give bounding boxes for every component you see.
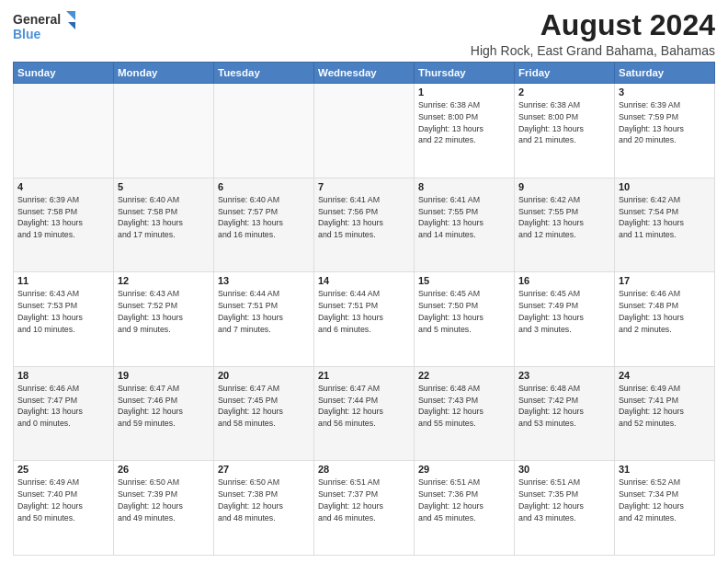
day-info-21: Sunrise: 6:47 AM Sunset: 7:44 PM Dayligh… [318,383,410,430]
day-info-17: Sunrise: 6:46 AM Sunset: 7:48 PM Dayligh… [619,288,711,335]
calendar-cell-4-4: 29Sunrise: 6:51 AM Sunset: 7:36 PM Dayli… [415,461,515,556]
col-tuesday: Tuesday [214,63,314,84]
day-number-15: 15 [418,275,510,286]
calendar-cell-3-0: 18Sunrise: 6:46 AM Sunset: 7:47 PM Dayli… [14,366,114,461]
day-info-24: Sunrise: 6:49 AM Sunset: 7:41 PM Dayligh… [619,383,711,430]
day-number-24: 24 [619,370,711,381]
calendar-cell-3-5: 23Sunrise: 6:48 AM Sunset: 7:42 PM Dayli… [515,366,615,461]
logo-svg: General Blue [13,9,77,46]
calendar-cell-3-3: 21Sunrise: 6:47 AM Sunset: 7:44 PM Dayli… [314,366,415,461]
col-wednesday: Wednesday [314,63,415,84]
calendar-cell-4-1: 26Sunrise: 6:50 AM Sunset: 7:39 PM Dayli… [114,461,214,556]
day-info-25: Sunrise: 6:49 AM Sunset: 7:40 PM Dayligh… [17,477,109,523]
calendar-cell-2-6: 17Sunrise: 6:46 AM Sunset: 7:48 PM Dayli… [615,272,715,367]
day-number-6: 6 [218,181,310,192]
page: General Blue August 2024 High Rock, East… [0,0,728,563]
day-info-16: Sunrise: 6:45 AM Sunset: 7:49 PM Dayligh… [518,288,610,335]
day-info-8: Sunrise: 6:41 AM Sunset: 7:55 PM Dayligh… [418,194,510,241]
day-info-9: Sunrise: 6:42 AM Sunset: 7:55 PM Dayligh… [518,194,610,241]
logo: General Blue [13,9,77,46]
day-number-25: 25 [17,464,109,475]
calendar-cell-4-3: 28Sunrise: 6:51 AM Sunset: 7:37 PM Dayli… [314,461,415,556]
col-monday: Monday [114,63,214,84]
day-number-22: 22 [418,370,510,381]
calendar-cell-0-5: 2Sunrise: 6:38 AM Sunset: 8:00 PM Daylig… [515,84,615,178]
calendar: Sunday Monday Tuesday Wednesday Thursday… [13,62,715,556]
calendar-cell-0-4: 1Sunrise: 6:38 AM Sunset: 8:00 PM Daylig… [415,84,515,178]
week-row-1: 4Sunrise: 6:39 AM Sunset: 7:58 PM Daylig… [14,178,715,272]
day-number-18: 18 [17,370,109,381]
day-info-5: Sunrise: 6:40 AM Sunset: 7:58 PM Dayligh… [118,194,210,241]
calendar-cell-3-2: 20Sunrise: 6:47 AM Sunset: 7:45 PM Dayli… [214,366,314,461]
day-info-31: Sunrise: 6:52 AM Sunset: 7:34 PM Dayligh… [619,477,711,523]
week-row-3: 18Sunrise: 6:46 AM Sunset: 7:47 PM Dayli… [14,366,715,461]
subtitle: High Rock, East Grand Bahama, Bahamas [471,43,715,58]
col-thursday: Thursday [415,63,515,84]
calendar-header-row: Sunday Monday Tuesday Wednesday Thursday… [14,63,715,84]
calendar-cell-1-6: 10Sunrise: 6:42 AM Sunset: 7:54 PM Dayli… [615,178,715,272]
calendar-cell-0-2 [214,84,314,178]
day-info-30: Sunrise: 6:51 AM Sunset: 7:35 PM Dayligh… [518,477,610,523]
day-number-27: 27 [218,464,310,475]
calendar-cell-0-3 [314,84,415,178]
day-info-15: Sunrise: 6:45 AM Sunset: 7:50 PM Dayligh… [418,288,510,335]
calendar-cell-4-5: 30Sunrise: 6:51 AM Sunset: 7:35 PM Dayli… [515,461,615,556]
week-row-4: 25Sunrise: 6:49 AM Sunset: 7:40 PM Dayli… [14,461,715,556]
day-info-6: Sunrise: 6:40 AM Sunset: 7:57 PM Dayligh… [218,194,310,241]
day-number-1: 1 [418,86,510,98]
day-info-3: Sunrise: 6:39 AM Sunset: 7:59 PM Dayligh… [619,99,711,146]
calendar-cell-2-1: 12Sunrise: 6:43 AM Sunset: 7:52 PM Dayli… [114,272,214,367]
day-info-13: Sunrise: 6:44 AM Sunset: 7:51 PM Dayligh… [218,288,310,335]
calendar-cell-1-4: 8Sunrise: 6:41 AM Sunset: 7:55 PM Daylig… [415,178,515,272]
svg-marker-3 [68,22,75,29]
calendar-cell-3-1: 19Sunrise: 6:47 AM Sunset: 7:46 PM Dayli… [114,366,214,461]
day-number-5: 5 [118,181,210,192]
calendar-cell-4-2: 27Sunrise: 6:50 AM Sunset: 7:38 PM Dayli… [214,461,314,556]
day-info-11: Sunrise: 6:43 AM Sunset: 7:53 PM Dayligh… [17,288,109,335]
day-info-20: Sunrise: 6:47 AM Sunset: 7:45 PM Dayligh… [218,383,310,430]
day-number-30: 30 [518,464,610,475]
svg-text:Blue: Blue [13,27,41,41]
week-row-2: 11Sunrise: 6:43 AM Sunset: 7:53 PM Dayli… [14,272,715,367]
day-number-26: 26 [118,464,210,475]
day-number-13: 13 [218,275,310,286]
day-info-1: Sunrise: 6:38 AM Sunset: 8:00 PM Dayligh… [418,99,510,146]
day-number-16: 16 [518,275,610,286]
col-saturday: Saturday [615,63,715,84]
calendar-cell-1-5: 9Sunrise: 6:42 AM Sunset: 7:55 PM Daylig… [515,178,615,272]
day-info-18: Sunrise: 6:46 AM Sunset: 7:47 PM Dayligh… [17,383,109,430]
calendar-cell-4-6: 31Sunrise: 6:52 AM Sunset: 7:34 PM Dayli… [615,461,715,556]
day-info-28: Sunrise: 6:51 AM Sunset: 7:37 PM Dayligh… [318,477,410,523]
calendar-cell-0-1 [114,84,214,178]
day-number-7: 7 [318,181,410,192]
day-number-23: 23 [518,370,610,381]
day-info-4: Sunrise: 6:39 AM Sunset: 7:58 PM Dayligh… [17,194,109,241]
day-info-14: Sunrise: 6:44 AM Sunset: 7:51 PM Dayligh… [318,288,410,335]
calendar-cell-2-0: 11Sunrise: 6:43 AM Sunset: 7:53 PM Dayli… [14,272,114,367]
day-number-3: 3 [619,86,711,98]
day-number-17: 17 [619,275,711,286]
day-number-4: 4 [17,181,109,192]
day-number-2: 2 [518,86,610,98]
col-friday: Friday [515,63,615,84]
day-number-12: 12 [118,275,210,286]
calendar-cell-2-2: 13Sunrise: 6:44 AM Sunset: 7:51 PM Dayli… [214,272,314,367]
calendar-cell-2-3: 14Sunrise: 6:44 AM Sunset: 7:51 PM Dayli… [314,272,415,367]
calendar-cell-2-5: 16Sunrise: 6:45 AM Sunset: 7:49 PM Dayli… [515,272,615,367]
calendar-cell-1-0: 4Sunrise: 6:39 AM Sunset: 7:58 PM Daylig… [14,178,114,272]
calendar-cell-3-6: 24Sunrise: 6:49 AM Sunset: 7:41 PM Dayli… [615,366,715,461]
day-number-14: 14 [318,275,410,286]
day-number-31: 31 [619,464,711,475]
col-sunday: Sunday [14,63,114,84]
day-info-19: Sunrise: 6:47 AM Sunset: 7:46 PM Dayligh… [118,383,210,430]
day-info-22: Sunrise: 6:48 AM Sunset: 7:43 PM Dayligh… [418,383,510,430]
calendar-cell-0-0 [14,84,114,178]
calendar-cell-2-4: 15Sunrise: 6:45 AM Sunset: 7:50 PM Dayli… [415,272,515,367]
day-info-7: Sunrise: 6:41 AM Sunset: 7:56 PM Dayligh… [318,194,410,241]
day-info-10: Sunrise: 6:42 AM Sunset: 7:54 PM Dayligh… [619,194,711,241]
day-info-27: Sunrise: 6:50 AM Sunset: 7:38 PM Dayligh… [218,477,310,523]
day-number-19: 19 [118,370,210,381]
day-number-20: 20 [218,370,310,381]
day-number-29: 29 [418,464,510,475]
day-number-28: 28 [318,464,410,475]
